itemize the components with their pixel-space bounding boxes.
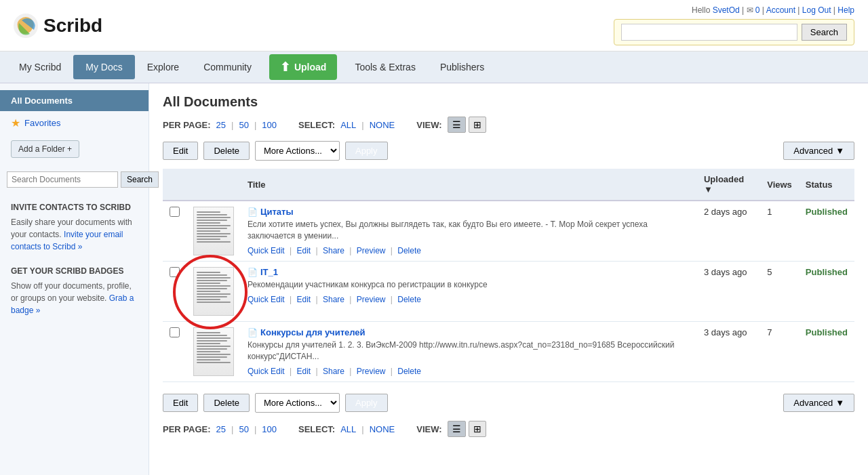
doc-action-quick-edit[interactable]: Quick Edit (248, 246, 285, 255)
doc-action-share[interactable]: Share (323, 295, 344, 304)
per-page-25[interactable]: 25 (216, 120, 226, 130)
doc-action-quick-edit[interactable]: Quick Edit (248, 367, 285, 376)
edit-button-top[interactable]: Edit (163, 142, 198, 160)
per-page-50[interactable]: 50 (239, 120, 248, 130)
doc-action-delete[interactable]: Delete (397, 246, 421, 255)
nav-my-scribd[interactable]: My Scribd (7, 55, 73, 79)
th-uploaded[interactable]: Uploaded ▼ (697, 169, 760, 201)
nav-explore[interactable]: Explore (135, 55, 191, 79)
main-content: All Documents PER PAGE: 25 | 50 | 100 SE… (149, 83, 868, 475)
badges-text: Show off your documents, profile, or gro… (11, 280, 138, 316)
doc-uploaded: 2 days ago (697, 201, 760, 262)
advanced-label-top: Advanced (793, 146, 833, 156)
select-all-top[interactable]: ALL (340, 120, 356, 130)
view-grid-top[interactable]: ⊞ (469, 117, 486, 133)
more-actions-select-bottom[interactable]: More Actions... Make Private Make Public… (255, 393, 340, 413)
th-title: Title (241, 169, 697, 201)
doc-title-cell: 📄IT_1Рекомендации участникам конкурса по… (241, 262, 697, 322)
row-checkbox[interactable] (170, 327, 180, 337)
doc-title-link[interactable]: Конкурсы для учителей (260, 327, 366, 337)
row-checkbox[interactable] (170, 267, 180, 277)
advanced-button-bottom[interactable]: Advanced ▼ (783, 394, 854, 412)
select-none-top[interactable]: NONE (370, 120, 395, 130)
sidebar: All Documents ★ Favorites Add a Folder +… (0, 83, 149, 475)
advanced-button-top[interactable]: Advanced ▼ (783, 142, 854, 160)
select-label: SELECT: (298, 120, 335, 130)
doc-title-cell: 📄Конкурсы для учителейКонкурсы для учите… (241, 322, 697, 382)
sidebar-badges-section: GET YOUR SCRIBD BADGES Show off your doc… (0, 257, 149, 321)
doc-action-preview[interactable]: Preview (357, 246, 386, 255)
per-page-25-bottom[interactable]: 25 (216, 424, 226, 434)
doc-status: Published (799, 201, 854, 262)
doc-action-edit[interactable]: Edit (296, 295, 311, 304)
doc-action-share[interactable]: Share (323, 367, 344, 376)
doc-action-edit[interactable]: Edit (296, 367, 311, 376)
nav-my-docs[interactable]: My Docs (73, 55, 134, 79)
nav-tools-extras[interactable]: Tools & Extras (342, 55, 427, 79)
doc-action-preview[interactable]: Preview (357, 367, 386, 376)
doc-description: Конкурсы для учителей 1. 2. 3. ВиЭксМ-20… (248, 339, 690, 363)
doc-action-quick-edit[interactable]: Quick Edit (248, 295, 285, 304)
per-page-50-bottom[interactable]: 50 (239, 424, 248, 434)
sidebar-add-folder-button[interactable]: Add a Folder + (11, 140, 79, 158)
doc-actions: Quick Edit | Edit | Share | Preview | De… (248, 367, 690, 376)
star-icon: ★ (11, 117, 20, 129)
row-checkbox[interactable] (170, 207, 180, 217)
actions-bar-bottom: Edit Delete More Actions... Make Private… (163, 393, 854, 413)
search-input[interactable] (621, 24, 797, 41)
sidebar-search-input[interactable] (7, 171, 118, 188)
doc-uploaded: 3 days ago (697, 322, 760, 382)
search-button[interactable]: Search (802, 24, 847, 41)
doc-title-link[interactable]: Цитаты (260, 207, 294, 217)
help-link[interactable]: Help (837, 5, 854, 15)
doc-action-preview[interactable]: Preview (357, 295, 386, 304)
doc-action-delete[interactable]: Delete (397, 295, 421, 304)
doc-action-edit[interactable]: Edit (296, 246, 311, 255)
status-badge: Published (806, 207, 848, 217)
table-body: 📄ЦитатыЕсли хотите иметь успех, Вы должн… (163, 201, 854, 382)
doc-title-cell: 📄ЦитатыЕсли хотите иметь успех, Вы должн… (241, 201, 697, 262)
doc-views: 1 (760, 201, 799, 262)
view-list-bottom[interactable]: ☰ (448, 421, 466, 437)
select-all-bottom[interactable]: ALL (340, 424, 356, 434)
view-list-top[interactable]: ☰ (448, 117, 466, 133)
view-grid-bottom[interactable]: ⊞ (469, 421, 486, 437)
scribd-logo-icon (14, 14, 38, 38)
table-row: 📄IT_1Рекомендации участникам конкурса по… (163, 262, 854, 322)
messages-icon: ✉ (747, 5, 753, 15)
doc-action-share[interactable]: Share (323, 246, 344, 255)
per-page-100-bottom[interactable]: 100 (262, 424, 277, 434)
messages-count[interactable]: 0 (755, 5, 760, 15)
doc-type-icon: 📄 (248, 207, 258, 217)
select-none-bottom[interactable]: NONE (370, 424, 395, 434)
th-checkbox (163, 169, 186, 201)
doc-action-delete[interactable]: Delete (397, 367, 421, 376)
per-page-label-bottom: PER PAGE: (163, 424, 211, 434)
logout-link[interactable]: Log Out (802, 5, 831, 15)
nav-publishers[interactable]: Publishers (428, 55, 496, 79)
delete-button-top[interactable]: Delete (203, 142, 250, 160)
invite-title: INVITE CONTACTS TO SCRIBD (11, 203, 138, 212)
view-icons-top: ☰ ⊞ (448, 117, 486, 133)
sidebar-all-documents[interactable]: All Documents (0, 90, 149, 111)
sidebar-invite-section: INVITE CONTACTS TO SCRIBD Easily share y… (0, 193, 149, 257)
invite-text: Easily share your documents with your co… (11, 216, 138, 253)
advanced-chevron-top: ▼ (835, 146, 844, 156)
apply-button-bottom[interactable]: Apply (345, 394, 388, 412)
content-area: All Documents ★ Favorites Add a Folder +… (0, 83, 868, 475)
per-page-100[interactable]: 100 (262, 120, 277, 130)
nav-upload-button[interactable]: ⬆ Upload (269, 54, 337, 80)
more-actions-select-top[interactable]: More Actions... Make Private Make Public… (255, 141, 340, 161)
doc-title-link[interactable]: IT_1 (260, 267, 278, 277)
delete-button-bottom[interactable]: Delete (203, 394, 250, 412)
sidebar-favorites[interactable]: ★ Favorites (0, 111, 149, 135)
username-link[interactable]: SvetOd (713, 5, 740, 15)
apply-button-top[interactable]: Apply (345, 142, 388, 160)
nav-community[interactable]: Community (191, 55, 264, 79)
search-area: Search (614, 19, 854, 45)
account-link[interactable]: Account (766, 5, 795, 15)
view-label-bottom: VIEW: (416, 424, 441, 434)
edit-button-bottom[interactable]: Edit (163, 394, 198, 412)
doc-thumbnail (186, 322, 241, 382)
table-row: 📄Конкурсы для учителейКонкурсы для учите… (163, 322, 854, 382)
